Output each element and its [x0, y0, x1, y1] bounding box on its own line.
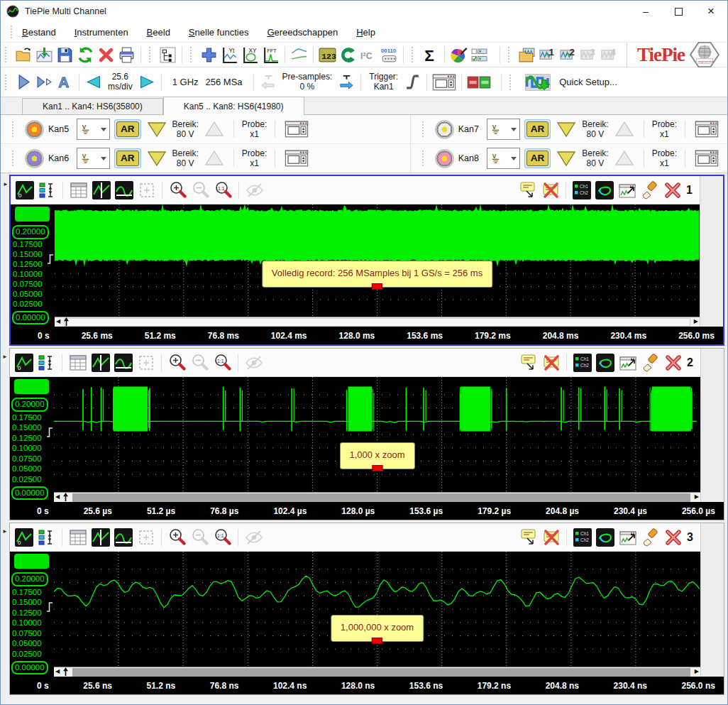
horizontal-cursor-button[interactable]: [112, 351, 134, 373]
bnc-connector-icon[interactable]: [25, 149, 44, 168]
graph-panel-3[interactable]: ► 0 1:1 Ch1Ch2: [9, 523, 724, 695]
coupling-select[interactable]: V: [487, 119, 520, 140]
zoom-out-button[interactable]: [189, 351, 211, 373]
setup-1-button[interactable]: 1: [537, 45, 558, 65]
channel-settings-button[interactable]: [283, 146, 310, 170]
close-button[interactable]: ×: [695, 1, 727, 22]
select-zoom-button[interactable]: [135, 526, 157, 548]
line-graph-button[interactable]: [289, 45, 309, 65]
channel-settings-button[interactable]: [283, 117, 310, 141]
zoom-out-button[interactable]: [189, 179, 211, 201]
save-button[interactable]: [55, 45, 75, 65]
scroll-right-arrow-icon[interactable]: ▶: [695, 668, 699, 674]
y-axis[interactable]: 0.200000.175000.150000.125000.100000.075…: [10, 377, 54, 502]
xy-graph-button[interactable]: XY: [240, 45, 260, 65]
splitter-arrow-icon[interactable]: ►: [2, 529, 8, 535]
zoom-out-button[interactable]: [189, 526, 211, 548]
measurements-table-button[interactable]: [67, 351, 89, 373]
auto-range-button[interactable]: AR: [524, 148, 551, 168]
colors-button[interactable]: [448, 45, 469, 65]
axis-zero-button[interactable]: 0: [13, 351, 35, 373]
axis-zero-button[interactable]: 0: [13, 179, 35, 201]
erase-button[interactable]: [639, 179, 661, 201]
close-graph-button[interactable]: [662, 351, 684, 373]
menu-item-2[interactable]: Beeld: [147, 27, 170, 38]
serial-protocol-button[interactable]: 00110: [379, 45, 399, 65]
yt-graph-button[interactable]: Yt: [219, 45, 240, 65]
menu-item-5[interactable]: Help: [356, 27, 375, 38]
legend-button[interactable]: Ch1Ch2: [571, 526, 593, 548]
maximize-button[interactable]: [662, 1, 695, 22]
scroll-left-arrow-icon[interactable]: ◀: [55, 493, 60, 500]
menu-item-3[interactable]: Snelle functies: [189, 27, 249, 38]
axis-zero-button[interactable]: 0: [13, 526, 35, 548]
record-scrollbar[interactable]: ◀ ▶: [54, 667, 700, 677]
scroll-right-arrow-icon[interactable]: ▶: [694, 318, 698, 324]
graph-panel-2[interactable]: ► 0 1:1 Ch1Ch2: [9, 348, 724, 520]
scrollbar-thumb[interactable]: [72, 668, 690, 677]
horizontal-cursor-button[interactable]: [112, 526, 134, 548]
quick-setup-label[interactable]: Quick Setup...: [559, 77, 617, 87]
start-button[interactable]: [13, 72, 34, 92]
splitter-arrow-icon[interactable]: ►: [2, 354, 8, 360]
chart-area[interactable]: 1,000 x zoom: [54, 377, 700, 492]
annotation-anchor[interactable]: [372, 638, 382, 644]
remove-comment-button[interactable]: [539, 179, 561, 201]
xy-mode-button[interactable]: [593, 179, 615, 201]
scroll-right-arrow-icon[interactable]: ▶: [695, 493, 699, 500]
zoom-in-button[interactable]: [166, 526, 188, 548]
range-down-button[interactable]: [145, 119, 168, 139]
annotation-anchor[interactable]: [372, 283, 382, 290]
remove-comment-button[interactable]: [540, 351, 562, 373]
trigger-level-marker[interactable]: [47, 253, 55, 268]
vertical-cursor-button[interactable]: [90, 179, 112, 201]
trigger-dialog-button[interactable]: [431, 70, 458, 94]
add-comment-button[interactable]: [517, 179, 539, 201]
xy-mode-button[interactable]: [594, 351, 616, 373]
presamples-decrease-button[interactable]: [258, 72, 278, 92]
select-zoom-button[interactable]: [136, 179, 158, 201]
scrollbar-thumb[interactable]: [72, 493, 690, 502]
quick-setup-button[interactable]: [518, 70, 558, 94]
chart-area[interactable]: 1,000,000 x zoom: [54, 552, 700, 667]
vertical-cursor-button[interactable]: [89, 526, 111, 548]
axis-color-bar[interactable]: [15, 207, 50, 222]
range-up-button[interactable]: [203, 119, 226, 139]
range-down-button[interactable]: [555, 148, 578, 168]
add-comment-button[interactable]: [517, 526, 539, 548]
remove-comment-button[interactable]: [540, 526, 562, 548]
coupling-select[interactable]: V: [77, 148, 110, 169]
channels-onoff-button[interactable]: [465, 70, 492, 94]
save-data-button[interactable]: [34, 45, 55, 65]
presamples-increase-button[interactable]: [336, 72, 357, 92]
popout-graph-button[interactable]: [617, 351, 639, 373]
menu-item-4[interactable]: Gereedschappen: [267, 27, 338, 38]
menu-item-1[interactable]: Instrumenten: [75, 27, 128, 38]
hide-source-button[interactable]: [243, 351, 265, 373]
channel-settings-button[interactable]: [693, 146, 720, 170]
annotation-tooltip[interactable]: 1,000 x zoom: [339, 442, 414, 469]
add-button[interactable]: [199, 45, 219, 65]
axis-color-bar[interactable]: [14, 554, 49, 569]
timebase-slower-button[interactable]: [83, 72, 104, 92]
annotation-tooltip[interactable]: 1,000,000 x zoom: [331, 615, 424, 642]
range-down-button[interactable]: [145, 148, 168, 168]
zoom-reset-button[interactable]: 1:1: [211, 351, 233, 373]
hide-source-button[interactable]: [243, 526, 265, 548]
print-button[interactable]: [116, 45, 137, 65]
axis-color-bar[interactable]: [14, 379, 49, 394]
range-up-button[interactable]: [613, 148, 636, 168]
measurements-table-button[interactable]: [67, 526, 89, 548]
trigger-level-marker[interactable]: [46, 601, 54, 616]
chart-area[interactable]: Volledig record: 256 MSamples bij 1 GS/s…: [55, 204, 700, 317]
timebase-faster-button[interactable]: [137, 72, 158, 92]
popout-graph-button[interactable]: [617, 526, 639, 548]
sum-button[interactable]: Σ: [420, 45, 441, 65]
channel-offsets-button[interactable]: [36, 179, 58, 201]
zoom-reset-button[interactable]: 1:1: [212, 179, 234, 201]
close-graph-button[interactable]: [662, 526, 684, 548]
measurements-table-button[interactable]: [67, 179, 89, 201]
delete-button[interactable]: [96, 45, 116, 65]
minimize-button[interactable]: –: [629, 1, 662, 22]
scroll-left-arrow-icon[interactable]: ◀: [56, 318, 60, 324]
